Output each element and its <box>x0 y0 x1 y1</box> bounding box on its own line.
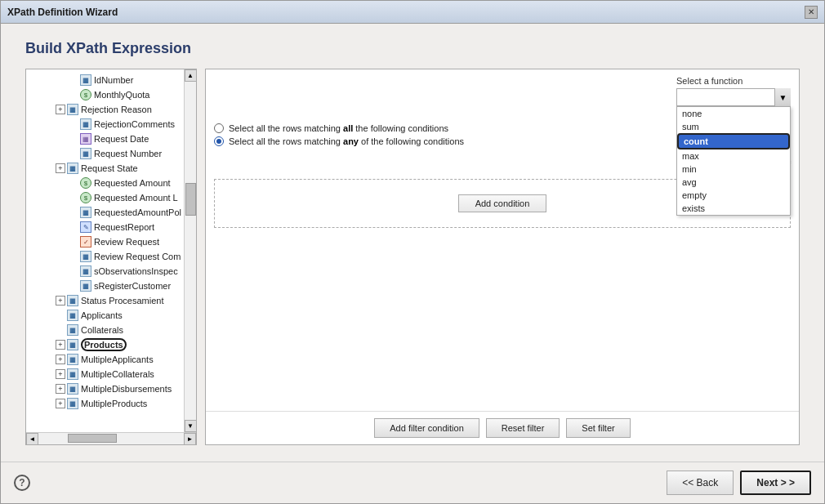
scroll-up-button[interactable]: ▲ <box>185 69 197 82</box>
tree-label: Review Request Com <box>94 252 181 261</box>
scroll-thumb[interactable] <box>185 183 196 216</box>
help-button[interactable]: ? <box>14 475 30 491</box>
function-dropdown: ▼ none sum count max min avg empty <box>676 88 791 106</box>
main-panel: ▦ IdNumber $ MonthlyQuota + ▦ <box>25 69 800 445</box>
nav-buttons: << Back Next > > <box>667 471 811 495</box>
function-option-empty[interactable]: empty <box>677 189 790 202</box>
add-filter-condition-button[interactable]: Add filter condition <box>374 418 479 438</box>
tree-vertical-scrollbar: ▲ ▼ <box>184 69 196 432</box>
right-panel-inner: Select a function ▼ none sum count max <box>206 69 799 444</box>
function-option-avg[interactable]: avg <box>677 176 790 189</box>
tree-panel: ▦ IdNumber $ MonthlyQuota + ▦ <box>25 69 197 445</box>
tree-label: MultipleProducts <box>81 399 147 408</box>
tree-item-requestedamount[interactable]: $ Requested Amount <box>26 176 184 190</box>
expand-icon[interactable]: + <box>56 399 65 408</box>
scroll-track <box>185 82 197 420</box>
function-option-none[interactable]: none <box>677 107 790 120</box>
tree-item-collaterals[interactable]: ▦ Collaterals <box>26 323 184 337</box>
filter-buttons-row: Add filter condition Reset filter Set fi… <box>206 411 799 444</box>
expand-icon[interactable]: + <box>56 369 65 379</box>
right-panel: Select a function ▼ none sum count max <box>205 69 800 445</box>
match-text-all: Select all the rows matching all the fol… <box>229 123 448 133</box>
tree-item-multipleapplicants[interactable]: + ▦ MultipleApplicants <box>26 352 184 367</box>
table-icon: ▦ <box>67 398 78 409</box>
tree-item-statusprocesamient[interactable]: + ▦ Status Procesamient <box>26 293 184 308</box>
expand-icon[interactable]: + <box>56 340 65 350</box>
tree-item-rejectioncomments[interactable]: ▦ RejectionComments <box>26 117 184 132</box>
tree-item-multipleproducts[interactable]: + ▦ MultipleProducts <box>26 396 184 411</box>
tree-item-multipledisbursements[interactable]: + ▦ MultipleDisbursements <box>26 381 184 396</box>
add-condition-button[interactable]: Add condition <box>458 194 547 212</box>
tree-item-sregistercustomer[interactable]: ▦ sRegisterCustomer <box>26 279 184 293</box>
tree-item-requestdate[interactable]: ▦ Request Date <box>26 132 184 146</box>
tree-item-applicants[interactable]: ▦ Applicants <box>26 308 184 323</box>
expand-icon[interactable]: + <box>56 105 65 114</box>
table-icon: ▦ <box>80 280 91 292</box>
reset-filter-button[interactable]: Reset filter <box>486 418 560 438</box>
expand-icon[interactable]: + <box>56 163 65 173</box>
tree-item-requeststate[interactable]: + ▦ Request State <box>26 161 184 176</box>
tree-label: Requested Amount <box>94 178 171 188</box>
function-option-sum[interactable]: sum <box>677 120 790 133</box>
tree-label: sRegisterCustomer <box>94 281 171 291</box>
tree-label: Review Request <box>94 237 159 247</box>
function-option-max[interactable]: max <box>677 149 790 163</box>
tree-label: Request State <box>81 163 138 173</box>
tree-item-rejectionreason[interactable]: + ▦ Rejection Reason <box>26 102 184 117</box>
tree-label: sObservationsInspec <box>94 266 178 276</box>
table-icon: ▦ <box>80 251 91 262</box>
keyword-all: all <box>343 123 353 133</box>
scroll-left-button[interactable]: ◄ <box>26 433 38 445</box>
scroll-down-button[interactable]: ▼ <box>185 420 197 432</box>
tree-item-requestedamountpol[interactable]: ▦ RequestedAmountPol <box>26 205 184 220</box>
radio-any[interactable] <box>214 136 224 146</box>
pencil-icon: ✎ <box>80 221 91 233</box>
function-option-count[interactable]: count <box>677 133 790 149</box>
calendar-icon: ▦ <box>80 133 91 145</box>
tree-label: RequestedAmountPol <box>94 207 181 217</box>
table-icon: ▦ <box>80 74 91 86</box>
tree-item-multiplecollaterals[interactable]: + ▦ MultipleCollaterals <box>26 367 184 381</box>
keyword-any: any <box>343 136 359 146</box>
tree-item-reviewrequest[interactable]: ✓ Review Request <box>26 234 184 249</box>
tree-label: MonthlyQuota <box>94 90 149 100</box>
next-button[interactable]: Next > > <box>740 471 811 495</box>
close-button[interactable]: ✕ <box>805 6 818 19</box>
table-icon: ▦ <box>80 148 91 159</box>
tree-horizontal-scrollbar: ◄ ► <box>26 432 196 444</box>
table-icon: ▦ <box>67 310 78 321</box>
function-dropdown-arrow[interactable]: ▼ <box>774 88 791 106</box>
tree-item-monthlyquota[interactable]: $ MonthlyQuota <box>26 87 184 102</box>
tree-label: MultipleCollaterals <box>81 369 154 379</box>
tree-item-reviewrequestcom[interactable]: ▦ Review Request Com <box>26 249 184 264</box>
tree-item-requestedamountl[interactable]: $ Requested Amount L <box>26 190 184 205</box>
hscroll-thumb[interactable] <box>68 434 117 443</box>
tree-label: RejectionComments <box>94 119 175 129</box>
function-option-min[interactable]: min <box>677 163 790 176</box>
table-icon: ▦ <box>67 104 78 115</box>
tree-item-requestnumber[interactable]: ▦ Request Number <box>26 146 184 161</box>
money-icon: $ <box>80 192 91 203</box>
table-icon: ▦ <box>80 118 91 130</box>
table-icon: ▦ <box>67 354 78 365</box>
back-button[interactable]: << Back <box>667 471 734 495</box>
function-option-exists[interactable]: exists <box>677 202 790 215</box>
expand-icon[interactable]: + <box>56 296 65 306</box>
tree-item-requestreport[interactable]: ✎ RequestReport <box>26 220 184 234</box>
set-filter-button[interactable]: Set filter <box>566 418 630 438</box>
scroll-right-button[interactable]: ► <box>184 433 196 445</box>
function-input[interactable] <box>676 88 791 106</box>
tree-label: MultipleDisbursements <box>81 384 172 394</box>
expand-icon[interactable]: + <box>56 384 65 394</box>
table-icon: ▦ <box>67 324 78 336</box>
window-title: XPath Definition Wizard <box>7 7 118 18</box>
tree-item-products[interactable]: + ▦ Products <box>26 337 184 352</box>
title-bar: XPath Definition Wizard ✕ <box>1 1 824 24</box>
table-icon: ▦ <box>67 163 78 174</box>
tree-item-idnumber[interactable]: ▦ IdNumber <box>26 73 184 87</box>
radio-all[interactable] <box>214 123 224 133</box>
check-icon: ✓ <box>80 236 91 248</box>
tree-item-sobservationsinspec[interactable]: ▦ sObservationsInspec <box>26 264 184 279</box>
tree-label: Request Date <box>94 134 149 144</box>
expand-icon[interactable]: + <box>56 355 65 364</box>
